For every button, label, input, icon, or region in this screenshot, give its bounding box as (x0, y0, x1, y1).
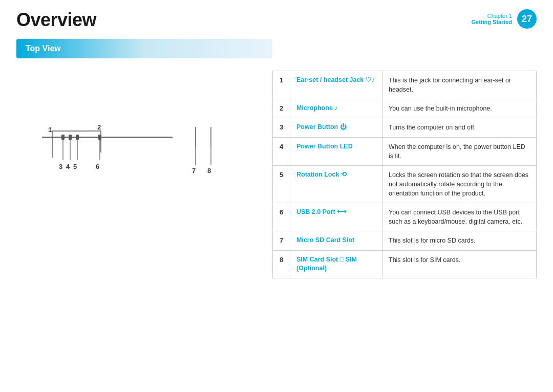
section-title: Top View (26, 44, 61, 53)
row-description: This slot is for SIM cards. (382, 251, 536, 278)
row-description: When the computer is on, the power butto… (382, 138, 536, 165)
main-content: 1 2 3 4 5 (0, 71, 553, 278)
page-header: Overview Chapter 1 Getting Started 27 (0, 0, 553, 31)
row-description: Turns the computer on and off. (382, 118, 536, 137)
table-row: 6USB 2.0 Port ⟷You can connect USB devic… (273, 203, 536, 231)
table-row: 8SIM Card Slot □ SIM (Optional)This slot… (273, 251, 536, 278)
diagram-area: 1 2 3 4 5 (16, 71, 262, 234)
svg-text:6: 6 (96, 163, 99, 170)
row-description: You can connect USB devices to the USB p… (382, 203, 536, 231)
table-row: 4Power Button LEDWhen the computer is on… (273, 138, 536, 166)
chapter-label: Chapter 1 (472, 13, 512, 19)
chapter-info: Chapter 1 Getting Started 27 (472, 9, 537, 29)
top-view-diagram: 1 2 3 4 5 (16, 71, 262, 234)
row-number: 1 (273, 71, 290, 99)
table-row: 7Micro SD Card SlotThis slot is for micr… (273, 231, 536, 250)
row-number: 2 (273, 99, 290, 118)
row-description: This slot is for micro SD cards. (382, 231, 536, 250)
row-description: This is the jack for connecting an ear-s… (382, 71, 536, 99)
svg-rect-8 (76, 135, 79, 140)
row-number: 6 (273, 203, 290, 231)
table-row: 3Power Button ⏻Turns the computer on and… (273, 118, 536, 137)
row-description: Locks the screen rotation so that the sc… (382, 166, 536, 203)
row-label: SIM Card Slot □ SIM (Optional) (290, 251, 382, 278)
table-row: 1Ear-set / headset Jack ♡♪This is the ja… (273, 71, 536, 99)
svg-rect-7 (69, 135, 72, 140)
svg-text:4: 4 (66, 163, 70, 170)
section-bar: Top View (16, 39, 272, 58)
row-label: Power Button LED (290, 138, 382, 165)
components-table: 1Ear-set / headset Jack ♡♪This is the ja… (272, 71, 537, 278)
page-number-badge: 27 (517, 9, 537, 29)
svg-text:7: 7 (192, 167, 196, 175)
svg-text:5: 5 (73, 163, 77, 170)
svg-text:8: 8 (207, 167, 211, 175)
row-label: Ear-set / headset Jack ♡♪ (290, 71, 382, 99)
row-label: Power Button ⏻ (290, 118, 382, 137)
label-2: 2 (97, 123, 101, 131)
table-row: 5Rotation Lock ⟲Locks the screen rotatio… (273, 166, 536, 203)
row-number: 5 (273, 166, 290, 203)
svg-rect-9 (98, 135, 101, 140)
row-label: USB 2.0 Port ⟷ (290, 203, 382, 231)
row-number: 8 (273, 251, 290, 278)
svg-rect-6 (61, 135, 65, 140)
row-label: Microphone ♪ (290, 99, 382, 118)
label-1: 1 (48, 126, 52, 134)
row-label: Rotation Lock ⟲ (290, 166, 382, 203)
row-number: 4 (273, 138, 290, 165)
row-label: Micro SD Card Slot (290, 231, 382, 250)
table-row: 2Microphone ♪You can use the built-in mi… (273, 99, 536, 118)
row-description: You can use the built-in microphone. (382, 99, 536, 118)
svg-text:3: 3 (59, 163, 62, 170)
row-number: 7 (273, 231, 290, 250)
page-title: Overview (16, 9, 96, 31)
chapter-text: Chapter 1 Getting Started (472, 13, 517, 25)
chapter-subtitle: Getting Started (472, 19, 512, 25)
row-number: 3 (273, 118, 290, 137)
